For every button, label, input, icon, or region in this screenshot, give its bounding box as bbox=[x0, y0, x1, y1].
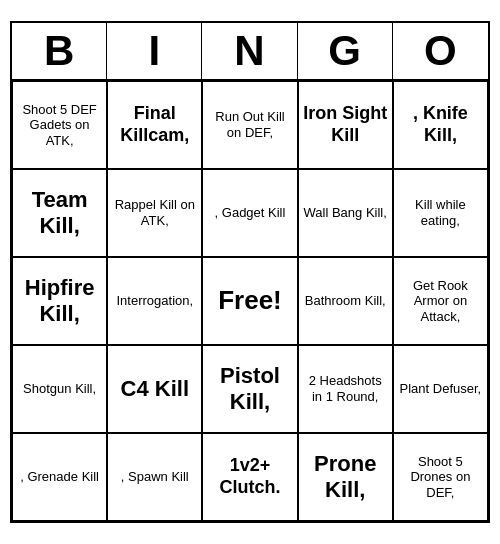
bingo-cell-text-15: Shotgun Kill, bbox=[23, 381, 96, 397]
bingo-cell-24: Shoot 5 Drones on DEF, bbox=[393, 433, 488, 521]
bingo-cell-text-18: 2 Headshots in 1 Round, bbox=[303, 373, 388, 404]
bingo-cell-13: Bathroom Kill, bbox=[298, 257, 393, 345]
bingo-cell-11: Interrogation, bbox=[107, 257, 202, 345]
bingo-cell-18: 2 Headshots in 1 Round, bbox=[298, 345, 393, 433]
bingo-cell-2: Run Out Kill on DEF, bbox=[202, 81, 297, 169]
bingo-cell-16: C4 Kill bbox=[107, 345, 202, 433]
bingo-cell-text-3: Iron Sight Kill bbox=[303, 103, 388, 146]
bingo-cell-text-11: Interrogation, bbox=[116, 293, 193, 309]
bingo-cell-14: Get Rook Armor on Attack, bbox=[393, 257, 488, 345]
bingo-cell-23: Prone Kill, bbox=[298, 433, 393, 521]
bingo-cell-text-14: Get Rook Armor on Attack, bbox=[398, 278, 483, 325]
bingo-cell-8: Wall Bang Kill, bbox=[298, 169, 393, 257]
bingo-cell-text-1: Final Killcam, bbox=[112, 103, 197, 146]
bingo-cell-text-16: C4 Kill bbox=[121, 376, 189, 402]
bingo-cell-text-12: Free! bbox=[218, 285, 282, 316]
bingo-cell-text-6: Rappel Kill on ATK, bbox=[112, 197, 197, 228]
bingo-cell-text-17: Pistol Kill, bbox=[207, 363, 292, 416]
bingo-cell-text-19: Plant Defuser, bbox=[400, 381, 482, 397]
header-cell-n: N bbox=[202, 23, 297, 79]
bingo-cell-text-4: , Knife Kill, bbox=[398, 103, 483, 146]
bingo-cell-1: Final Killcam, bbox=[107, 81, 202, 169]
bingo-cell-20: , Grenade Kill bbox=[12, 433, 107, 521]
bingo-cell-12: Free! bbox=[202, 257, 297, 345]
bingo-cell-4: , Knife Kill, bbox=[393, 81, 488, 169]
bingo-cell-text-22: 1v2+ Clutch. bbox=[207, 455, 292, 498]
bingo-cell-text-13: Bathroom Kill, bbox=[305, 293, 386, 309]
bingo-cell-text-21: , Spawn Kill bbox=[121, 469, 189, 485]
bingo-cell-text-23: Prone Kill, bbox=[303, 451, 388, 504]
bingo-cell-5: Team Kill, bbox=[12, 169, 107, 257]
bingo-cell-22: 1v2+ Clutch. bbox=[202, 433, 297, 521]
bingo-cell-19: Plant Defuser, bbox=[393, 345, 488, 433]
bingo-cell-text-8: Wall Bang Kill, bbox=[304, 205, 387, 221]
bingo-cell-text-7: , Gadget Kill bbox=[215, 205, 286, 221]
bingo-cell-text-24: Shoot 5 Drones on DEF, bbox=[398, 454, 483, 501]
header-cell-b: B bbox=[12, 23, 107, 79]
bingo-cell-6: Rappel Kill on ATK, bbox=[107, 169, 202, 257]
bingo-cell-text-2: Run Out Kill on DEF, bbox=[207, 109, 292, 140]
bingo-cell-10: Hipfire Kill, bbox=[12, 257, 107, 345]
bingo-cell-17: Pistol Kill, bbox=[202, 345, 297, 433]
bingo-cell-text-5: Team Kill, bbox=[17, 187, 102, 240]
bingo-cell-text-0: Shoot 5 DEF Gadets on ATK, bbox=[17, 102, 102, 149]
bingo-cell-3: Iron Sight Kill bbox=[298, 81, 393, 169]
bingo-card: BINGO Shoot 5 DEF Gadets on ATK,Final Ki… bbox=[10, 21, 490, 523]
bingo-cell-15: Shotgun Kill, bbox=[12, 345, 107, 433]
bingo-cell-text-9: Kill while eating, bbox=[398, 197, 483, 228]
header-cell-i: I bbox=[107, 23, 202, 79]
bingo-cell-0: Shoot 5 DEF Gadets on ATK, bbox=[12, 81, 107, 169]
bingo-cell-21: , Spawn Kill bbox=[107, 433, 202, 521]
bingo-cell-9: Kill while eating, bbox=[393, 169, 488, 257]
bingo-grid: Shoot 5 DEF Gadets on ATK,Final Killcam,… bbox=[12, 81, 488, 521]
bingo-cell-text-20: , Grenade Kill bbox=[20, 469, 99, 485]
header-cell-o: O bbox=[393, 23, 488, 79]
bingo-cell-7: , Gadget Kill bbox=[202, 169, 297, 257]
bingo-header: BINGO bbox=[12, 23, 488, 81]
header-cell-g: G bbox=[298, 23, 393, 79]
bingo-cell-text-10: Hipfire Kill, bbox=[17, 275, 102, 328]
